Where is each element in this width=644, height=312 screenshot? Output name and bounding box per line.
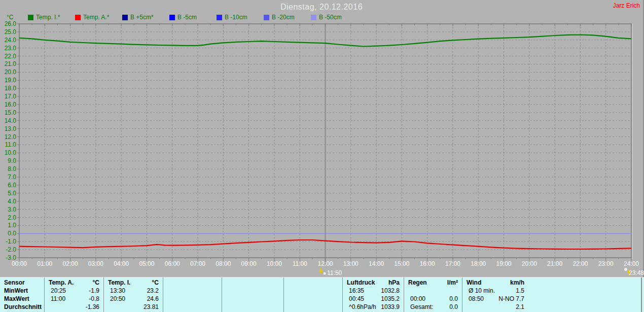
stats-col-regen: Regenl/m²00:000.0Gesamt:0.0	[404, 278, 462, 312]
marker-moon-icon	[323, 272, 326, 275]
y-tick-label: 1.0	[8, 222, 16, 229]
x-tick-label: 18:00	[471, 260, 486, 267]
y-tick-label: 4.0	[8, 198, 16, 205]
x-tick-label: 16:00	[420, 260, 435, 267]
y-tick-label: 5.0	[8, 190, 16, 197]
stats-value-row: 00:000.0	[408, 295, 458, 303]
stats-col-header: Temp. A.°C	[49, 279, 99, 287]
stats-col-header: LuftdruckhPa	[347, 279, 400, 287]
x-tick-label: 20:00	[522, 260, 537, 267]
x-tick-label: 10:00	[267, 260, 282, 267]
x-tick-label: 23:00	[598, 260, 614, 267]
stats-value-row: 20:5024.6	[108, 295, 159, 303]
marker-time: 23:48	[629, 269, 644, 276]
marker-time: 11:50	[327, 269, 342, 276]
stats-col-empty-4	[284, 278, 343, 312]
stats-value-row: 20:25-1.9	[49, 287, 99, 295]
stats-value-row: 23.81	[108, 303, 159, 311]
y-tick-label: 15.0	[5, 109, 17, 116]
x-tick-label: 24:00	[624, 260, 639, 267]
x-tick-label: 09:00	[241, 260, 257, 267]
x-tick-label: 11:00	[293, 260, 307, 267]
stats-value-row: ^0.6hPa/h1033.9	[347, 303, 400, 311]
y-tick-label: 22.0	[5, 53, 17, 60]
x-tick-label: 02:00	[63, 260, 78, 267]
x-tick-label: 19:00	[496, 260, 512, 267]
y-tick-label: 6.0	[8, 182, 16, 189]
stats-col-temp-a-: Temp. A.°C20:25-1.911:00-0.8-1.36	[45, 278, 104, 312]
x-tick-label: 06:00	[165, 260, 180, 267]
x-tick-label: 22:00	[573, 260, 588, 267]
y-tick-label: 19.0	[5, 77, 17, 84]
x-tick-label: 01:00	[37, 260, 52, 267]
y-tick-label: 12.0	[5, 133, 17, 141]
stats-row-label: Sensor	[4, 279, 40, 287]
x-tick-label: 15:00	[394, 260, 409, 267]
y-tick-label: 8.0	[8, 165, 16, 172]
x-tick-label: 08:00	[216, 260, 231, 267]
marker-moon-icon	[624, 268, 627, 271]
wind-content: Windkm/hØ 10 min.1.508:50N-NO 7.72.1	[462, 278, 528, 312]
y-tick-label: -2.0	[6, 246, 16, 253]
y-tick-label: 17.0	[5, 93, 17, 100]
x-tick-label: 21:00	[547, 260, 562, 267]
stats-value-row: -1.36	[49, 303, 99, 311]
stats-col-header: Temp. I.°C	[108, 279, 159, 287]
x-tick-label: 13:00	[343, 260, 359, 267]
y-tick-label: 3.0	[8, 206, 16, 213]
stats-value-row: 08:50N-NO 7.7	[467, 295, 524, 303]
y-tick-label: 9.0	[8, 157, 16, 164]
stats-col-header: Windkm/h	[467, 279, 524, 287]
stats-value-row: Gesamt:0.0	[408, 303, 458, 311]
weather-day-chart-window: Dienstag, 20.12.2016 Jarz Erich °C Temp.…	[0, 0, 644, 312]
stats-col-wind: Windkm/hØ 10 min.1.508:50N-NO 7.72.1	[462, 278, 642, 312]
x-tick-label: 14:00	[369, 260, 384, 267]
y-tick-label: 13.0	[5, 125, 17, 132]
y-tick-label: 2.0	[8, 214, 16, 221]
stats-row-label: MaxWert	[4, 295, 40, 303]
x-tick-label: 00:00	[12, 260, 27, 267]
y-tick-label: 24.0	[5, 37, 17, 44]
y-tick-label: 26.0	[5, 20, 17, 27]
y-tick-label: 23.0	[5, 45, 17, 52]
y-tick-label: 11.0	[5, 141, 17, 148]
stats-table: SensorMinWertMaxWertDurchschnittTemp. A.…	[0, 277, 644, 312]
stats-col-empty-3	[222, 278, 284, 312]
stats-col-temp-i-: Temp. I.°C13:3023.220:5024.623.81	[104, 278, 163, 312]
x-tick-label: 17:00	[445, 260, 460, 267]
x-tick-label: 03:00	[88, 260, 103, 267]
stats-value-row: 00:451035.2	[347, 295, 400, 303]
stats-col-header: Regenl/m²	[408, 279, 458, 287]
y-tick-label: 16.0	[5, 101, 17, 108]
stats-value-row: 11:00-0.8	[49, 295, 99, 303]
y-tick-label: 18.0	[5, 85, 17, 92]
y-tick-label: 10.0	[5, 149, 17, 156]
stats-value-row: 13:3023.2	[108, 287, 159, 295]
stats-value-row: Ø 10 min.1.5	[467, 287, 524, 295]
y-tick-label: 20.0	[5, 68, 17, 76]
stats-row-labels: SensorMinWertMaxWertDurchschnitt	[0, 278, 45, 312]
x-tick-label: 07:00	[190, 260, 205, 267]
y-tick-label: -1.0	[6, 238, 16, 245]
marker-down-arrow-icon	[319, 268, 323, 273]
y-tick-label: 7.0	[8, 174, 16, 181]
y-tick-label: 21.0	[5, 60, 17, 67]
stats-col-luftdruck: LuftdruckhPa16:351032.800:451035.2^0.6hP…	[343, 278, 404, 312]
y-tick-label: 25.0	[5, 28, 17, 36]
stats-value-row: 16:351032.8	[347, 287, 400, 295]
y-tick-label: 14.0	[5, 117, 17, 124]
stats-col-empty-2	[163, 278, 222, 312]
stats-row-label: Durchschnitt	[4, 303, 40, 311]
x-tick-label: 04:00	[114, 260, 129, 267]
x-tick-label: 05:00	[139, 260, 154, 267]
stats-value-row: 2.1	[467, 303, 524, 311]
chart-plot: -3.0-2.0-1.00.01.02.03.04.05.06.07.08.09…	[0, 0, 644, 277]
y-tick-label: 0.0	[8, 230, 16, 237]
x-tick-label: 12:00	[317, 260, 333, 267]
stats-row-label: MinWert	[4, 287, 40, 295]
